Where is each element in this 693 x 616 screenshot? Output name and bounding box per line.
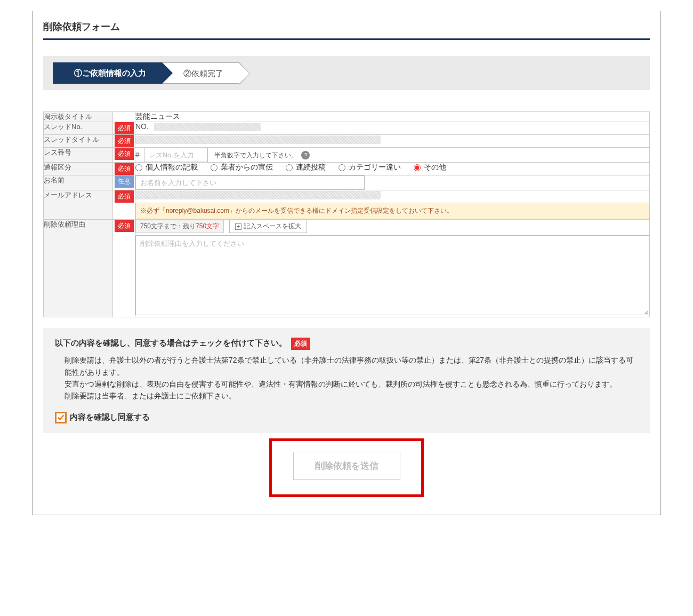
required-badge: 必須 — [115, 220, 134, 232]
required-badge: 必須 — [115, 135, 134, 147]
check-icon — [57, 414, 65, 421]
label-email: メールアドレス — [44, 190, 113, 220]
step-1-active: ①ご依頼情報の入力 — [53, 62, 162, 84]
agree-heading: 以下の内容を確認し、同意する場合はチェックを付けて下さい。 — [55, 339, 287, 348]
expand-textarea-button[interactable]: +記入スペースを拡大 — [229, 220, 307, 233]
char-counter: 750文字まで：残り750文字 — [135, 220, 224, 233]
help-icon[interactable]: ? — [301, 151, 310, 159]
value-board-title: 芸能ニュース — [135, 112, 650, 122]
step-indicator: ①ご依頼情報の入力 ②依頼完了 — [43, 56, 650, 90]
label-thread-title: スレッドタイトル — [44, 135, 113, 148]
agreement-block: 以下の内容を確認し、同意する場合はチェックを付けて下さい。 必須 削除要請は、弁… — [43, 328, 650, 433]
required-badge: 必須 — [291, 338, 310, 350]
required-badge: 必須 — [115, 122, 134, 134]
label-name: お名前 — [44, 175, 113, 190]
form-table: 掲示板タイトル 芸能ニュース スレッドNo. 必須 NO. スレッドタイトル 必… — [43, 111, 650, 317]
thread-no-redacted — [154, 123, 261, 131]
required-badge: 必須 — [115, 163, 134, 175]
email-redacted — [135, 191, 381, 199]
label-thread-no: スレッドNo. — [44, 122, 113, 135]
optional-badge: 任意 — [115, 175, 134, 188]
label-board-title: 掲示板タイトル — [44, 112, 113, 122]
radio-vendor-ad[interactable]: 業者からの宣伝 — [211, 163, 273, 172]
thread-no-prefix: NO. — [135, 122, 149, 131]
submit-button[interactable]: 削除依頼を送信 — [293, 452, 400, 480]
radio-personal-info[interactable]: 個人情報の記載 — [135, 163, 198, 172]
label-report-type: 通報区分 — [44, 163, 113, 175]
reason-textarea[interactable] — [135, 235, 649, 315]
agree-checkbox-label: 内容を確認し同意する — [70, 412, 150, 422]
res-no-hint: 半角数字で入力して下さい。 — [214, 151, 297, 159]
agree-text: 削除要請は、弁護士以外の者が行うと弁護士法第72条で禁止している（非弁護士の法律… — [65, 354, 638, 402]
radio-wrong-category[interactable]: カテゴリー違い — [339, 163, 401, 172]
required-badge: 必須 — [115, 148, 134, 160]
label-res-no: レス番号 — [44, 148, 113, 163]
required-badge: 必須 — [115, 190, 134, 203]
label-reason: 削除依頼理由 — [44, 220, 113, 317]
radio-other[interactable]: その他 — [414, 163, 446, 172]
agree-checkbox[interactable] — [55, 412, 67, 423]
thread-title-redacted — [135, 135, 381, 144]
res-no-input[interactable] — [144, 148, 208, 162]
step-2: ②依頼完了 — [162, 62, 239, 84]
radio-spam[interactable]: 連続投稿 — [286, 163, 326, 172]
page-title: 削除依頼フォーム — [43, 11, 650, 40]
email-notice: ※必ず「noreply@bakusai.com」からのメールを受信できる様にドメ… — [135, 203, 649, 219]
name-input[interactable] — [135, 175, 365, 190]
plus-icon: + — [235, 223, 241, 230]
hash-symbol: # — [135, 150, 140, 159]
